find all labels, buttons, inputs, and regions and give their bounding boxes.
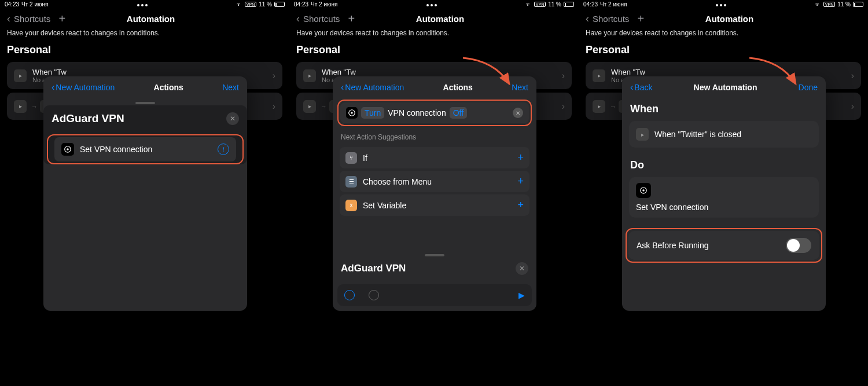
card-title: When "Tw: [32, 68, 273, 76]
screenshot-3: 04:23 Чт 2 июня ᯤVPN11 % ‹Shortcuts+ Aut…: [579, 0, 868, 386]
chevron-right-icon: ›: [851, 71, 854, 81]
new-automation-link[interactable]: ‹New Automation: [341, 82, 404, 93]
svg-point-1: [67, 148, 69, 150]
status-date: Чт 2 июня: [21, 1, 48, 8]
section-when: When: [622, 98, 826, 120]
clear-icon[interactable]: ✕: [513, 108, 523, 118]
page-subtitle: Have your devices react to changes in co…: [0, 29, 289, 37]
do-label: Set VPN connection: [636, 203, 812, 212]
redo-icon[interactable]: [369, 290, 379, 300]
info-icon[interactable]: i: [218, 144, 229, 155]
nav-bar: ‹Shortcuts+ Automation: [579, 8, 868, 29]
ask-label: Ask Before Running: [637, 241, 786, 250]
back-chevron-icon[interactable]: ‹: [7, 13, 10, 25]
nav-bar: ‹Shortcuts+ Automation: [289, 8, 579, 29]
app-icon: ▸: [14, 69, 27, 82]
suggestion-variable[interactable]: x Set Variable +: [340, 194, 529, 216]
app-icon: ▸: [593, 69, 605, 82]
close-icon[interactable]: ✕: [516, 262, 528, 275]
chevron-right-icon: ›: [562, 101, 565, 112]
next-button[interactable]: Next: [512, 83, 528, 92]
app-icon: ▸: [636, 128, 649, 141]
actions-sheet: ‹New Automation Actions Next AdGuard VPN…: [43, 76, 247, 311]
screenshot-1: 04:23 Чт 2 июня ᯤ VPN 11 % ‹ Shortcuts +…: [0, 0, 289, 386]
section-do: Do: [622, 155, 826, 176]
back-label[interactable]: Shortcuts: [14, 14, 50, 24]
multitask-dots-icon[interactable]: [137, 4, 148, 6]
nav-bar: ‹ Shortcuts + Automation: [0, 8, 289, 29]
new-automation-link[interactable]: ‹New Automation: [52, 82, 115, 93]
suggestion-menu[interactable]: ☰ Choose from Menu +: [340, 171, 529, 192]
app-icon: ▸: [593, 100, 605, 113]
status-bar: 04:23 Чт 2 июня ᯤVPN11 %: [289, 0, 579, 8]
add-icon[interactable]: +: [517, 199, 524, 211]
suggestions-heading: Next Action Suggestions: [333, 127, 536, 145]
vpn-badge-icon: VPN: [823, 2, 835, 7]
done-button[interactable]: Done: [799, 83, 818, 92]
app-icon: ▸: [14, 100, 27, 113]
do-action[interactable]: Set VPN connection: [629, 177, 819, 218]
status-bar: 04:23 Чт 2 июня ᯤVPN11 %: [579, 0, 868, 8]
chevron-right-icon: ›: [562, 71, 565, 81]
nav-title: Automation: [127, 14, 175, 24]
actions-sheet: ‹New Automation Actions Next Turn VPN co…: [333, 76, 536, 311]
multitask-dots-icon[interactable]: [716, 4, 726, 6]
action-toolbar: ▶: [337, 284, 532, 306]
wifi-icon: ᯤ: [237, 1, 242, 8]
battery-icon: [564, 2, 574, 7]
new-automation-sheet: ‹Back New Automation Done When ▸ When "T…: [622, 76, 826, 311]
chevron-right-icon: ›: [273, 101, 275, 112]
app-section-title: AdGuard VPN: [341, 263, 406, 274]
suggestion-if[interactable]: ⑂ If +: [340, 147, 529, 168]
battery-percent: 11 %: [259, 1, 272, 8]
chevron-right-icon: ›: [273, 71, 275, 81]
multitask-dots-icon[interactable]: [426, 4, 437, 6]
sheet-grabber-icon[interactable]: [135, 102, 155, 104]
if-icon: ⑂: [345, 152, 357, 164]
add-button[interactable]: +: [348, 12, 355, 25]
menu-icon: ☰: [345, 176, 357, 188]
wifi-icon: ᯤ: [815, 1, 821, 8]
screenshot-2: 04:23 Чт 2 июня ᯤVPN11 % ‹Shortcuts+ Aut…: [289, 0, 579, 386]
battery-icon: [274, 2, 285, 7]
back-chevron-icon[interactable]: ‹: [586, 13, 589, 25]
wifi-icon: ᯤ: [526, 1, 532, 8]
vpn-app-icon: [346, 107, 358, 119]
svg-point-5: [642, 189, 645, 192]
status-bar: 04:23 Чт 2 июня ᯤ VPN 11 %: [0, 0, 289, 8]
vpn-badge-icon: VPN: [245, 2, 256, 7]
section-personal: Personal: [0, 44, 289, 56]
vpn-badge-icon: VPN: [534, 2, 546, 7]
action-config-row[interactable]: Turn VPN connection Off ✕: [340, 102, 529, 123]
add-button[interactable]: +: [58, 12, 65, 25]
when-text: When "Twitter" is closed: [654, 130, 741, 139]
sheet-title: New Automation: [694, 83, 757, 92]
app-icon: ▸: [303, 69, 316, 82]
back-button[interactable]: ‹Back: [630, 82, 652, 93]
action-label: Set VPN connection: [80, 145, 218, 154]
highlight-annotation: Turn VPN connection Off ✕: [337, 100, 532, 126]
token-off[interactable]: Off: [450, 107, 467, 119]
chevron-right-icon: ›: [851, 101, 854, 112]
sheet-grabber-icon[interactable]: [425, 254, 444, 256]
token-turn[interactable]: Turn: [361, 107, 384, 119]
set-vpn-action[interactable]: Set VPN connection i: [54, 137, 236, 161]
add-button[interactable]: +: [637, 12, 644, 25]
when-condition[interactable]: ▸ When "Twitter" is closed: [629, 121, 819, 148]
ask-before-running-row[interactable]: Ask Before Running: [628, 231, 819, 260]
variable-icon: x: [345, 200, 357, 211]
next-button[interactable]: Next: [222, 83, 239, 92]
close-icon[interactable]: ✕: [226, 112, 239, 125]
status-time: 04:23: [5, 1, 19, 8]
highlight-annotation: Set VPN connection i: [47, 134, 244, 164]
add-icon[interactable]: +: [517, 152, 524, 164]
sheet-title: Actions: [154, 83, 183, 92]
undo-icon[interactable]: [344, 290, 355, 300]
back-chevron-icon[interactable]: ‹: [296, 13, 300, 25]
play-icon[interactable]: ▶: [518, 291, 525, 300]
add-icon[interactable]: +: [517, 175, 524, 188]
app-section-title: AdGuard VPN: [52, 112, 124, 125]
ask-toggle[interactable]: [786, 238, 811, 253]
token-middle: VPN connection: [388, 108, 446, 117]
vpn-app-icon: [636, 183, 651, 198]
